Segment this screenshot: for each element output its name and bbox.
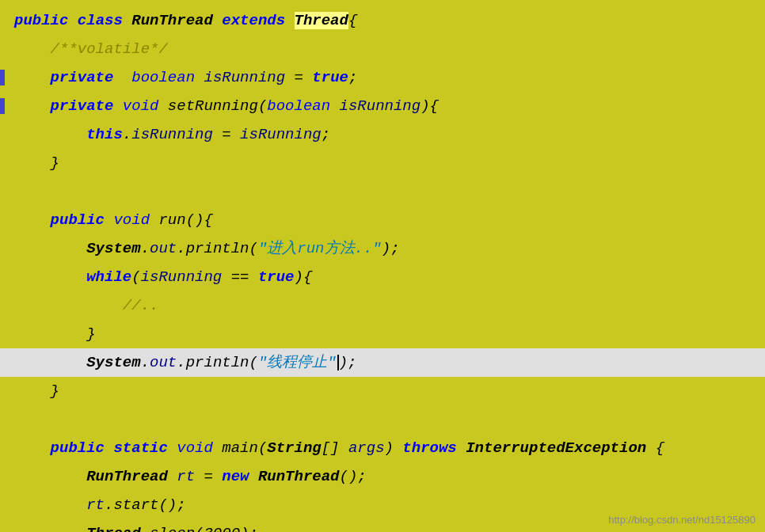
code-editor: public class RunThread extends Thread{ /… xyxy=(0,0,765,532)
code-line-17: RunThread rt = new RunThread(); xyxy=(0,462,765,491)
line-content-10: while(isRunning == true){ xyxy=(11,264,765,290)
code-line-1: public class RunThread extends Thread{ xyxy=(0,6,765,35)
code-line-7 xyxy=(0,177,765,206)
code-line-6: } xyxy=(0,149,765,177)
code-line-10: while(isRunning == true){ xyxy=(0,263,765,291)
code-line-14: } xyxy=(0,377,765,405)
line-content-17: RunThread rt = new RunThread(); xyxy=(11,464,765,489)
line-marker-3 xyxy=(0,70,5,86)
line-content-8: public void run(){ xyxy=(11,207,765,233)
code-line-13: System.out.println("线程停止"); xyxy=(0,348,765,377)
line-content-14: } xyxy=(11,378,765,404)
line-content-4: private void setRunning(boolean isRunnin… xyxy=(11,93,765,119)
code-line-2: /**volatile*/ xyxy=(0,35,765,63)
line-content-1: public class RunThread extends Thread{ xyxy=(11,8,765,33)
line-content-12: } xyxy=(11,321,765,347)
line-content-5: this.isRunning = isRunning; xyxy=(11,122,765,147)
code-line-12: } xyxy=(0,320,765,348)
code-line-5: this.isRunning = isRunning; xyxy=(0,120,765,149)
code-line-4: private void setRunning(boolean isRunnin… xyxy=(0,92,765,120)
line-content-3: private boolean isRunning = true; xyxy=(11,65,765,90)
line-marker-4 xyxy=(0,98,5,114)
code-line-3: private boolean isRunning = true; xyxy=(0,63,765,92)
line-content-11: //.. xyxy=(11,293,765,318)
code-line-16: public static void main(String[] args) t… xyxy=(0,434,765,462)
code-line-9: System.out.println("进入run方法.."); xyxy=(0,234,765,263)
code-line-11: //.. xyxy=(0,291,765,320)
line-content-6: } xyxy=(11,150,765,176)
line-content-2: /**volatile*/ xyxy=(11,36,765,62)
line-content-15 xyxy=(11,407,765,432)
line-content-9: System.out.println("进入run方法.."); xyxy=(11,236,765,261)
watermark: http://blog.csdn.net/nd15125890 xyxy=(608,514,755,526)
line-content-13: System.out.println("线程停止"); xyxy=(11,350,765,375)
code-line-15 xyxy=(0,405,765,434)
line-content-16: public static void main(String[] args) t… xyxy=(11,435,765,461)
line-content-7 xyxy=(11,179,765,204)
code-line-8: public void run(){ xyxy=(0,206,765,234)
